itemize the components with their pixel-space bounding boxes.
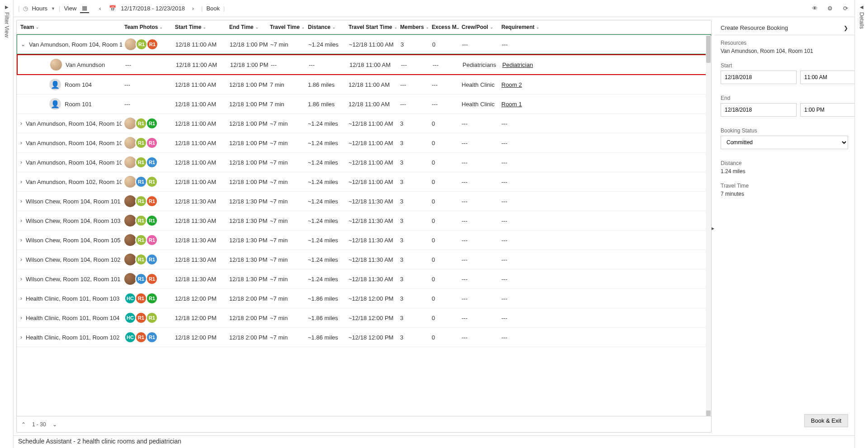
col-distance[interactable]: Distance⌄ bbox=[305, 20, 346, 34]
cell-requirement[interactable]: Room 2 bbox=[499, 78, 539, 92]
cell-distance: ~1.24 miles bbox=[306, 38, 346, 52]
col-team[interactable]: Team⌄ bbox=[17, 20, 122, 34]
requirement-link[interactable]: Room 2 bbox=[501, 81, 522, 88]
hours-dropdown-icon[interactable]: ▼ bbox=[51, 6, 55, 11]
cell-requirement[interactable]: Pediatrician bbox=[500, 58, 540, 72]
scrollbar[interactable] bbox=[706, 36, 711, 416]
table-row[interactable]: ›Van Amundson, Room 104, Room 102R1R112/… bbox=[17, 153, 711, 172]
book-label[interactable]: Book bbox=[206, 5, 220, 12]
expand-icon[interactable]: › bbox=[20, 140, 22, 146]
scroll-thumb-end[interactable] bbox=[706, 410, 711, 416]
table-row[interactable]: Room 104---12/18 11:00 AM12/18 1:00 PM7 … bbox=[17, 75, 711, 94]
cell-travel: ~7 min bbox=[267, 194, 305, 208]
table-row[interactable]: ›Wilson Chew, Room 104, Room 103R1R112/1… bbox=[17, 211, 711, 231]
cell-members: 3 bbox=[397, 214, 429, 228]
table-row[interactable]: ›Van Amundson, Room 104, Room 103R1R112/… bbox=[17, 114, 711, 133]
cell-crew: Pediatricians bbox=[460, 58, 500, 72]
details-collapse-icon[interactable]: ◀ bbox=[860, 5, 863, 9]
expand-icon[interactable]: › bbox=[20, 276, 22, 282]
right-rail-label[interactable]: Details bbox=[859, 12, 865, 29]
page-up-icon[interactable]: ⌃ bbox=[21, 421, 26, 428]
status-select[interactable]: Committed bbox=[721, 136, 848, 149]
col-end[interactable]: End Time⌄ bbox=[226, 20, 267, 34]
date-range[interactable]: 12/17/2018 - 12/23/2018 bbox=[121, 5, 185, 12]
cell-start: 12/18 11:00 AM bbox=[172, 156, 226, 170]
team-name: Van Amundson, Room 102, Room 104 bbox=[26, 179, 122, 185]
team-name: Wilson Chew, Room 102, Room 101 bbox=[26, 276, 121, 283]
avatar: R1 bbox=[135, 215, 147, 226]
start-date-input[interactable] bbox=[721, 71, 797, 84]
panel-collapse-icon[interactable]: ❯ bbox=[844, 25, 848, 31]
calendar-icon[interactable]: 📅 bbox=[108, 4, 117, 13]
requirement-link[interactable]: Pediatrician bbox=[502, 61, 533, 68]
start-time-input[interactable] bbox=[800, 71, 854, 84]
team-name: Health Clinic, Room 101, Room 102 bbox=[26, 334, 119, 341]
table-row[interactable]: ›Health Clinic, Room 101, Room 104HCR1R1… bbox=[17, 308, 711, 328]
team-photos: R1R1 bbox=[122, 172, 172, 191]
end-date-input[interactable] bbox=[721, 103, 797, 117]
table-row[interactable]: ›Wilson Chew, Room 104, Room 102R1R112/1… bbox=[17, 250, 711, 269]
avatar: R1 bbox=[146, 312, 158, 324]
avatar: R1 bbox=[146, 331, 158, 343]
avatar: R1 bbox=[146, 38, 158, 50]
scroll-thumb[interactable] bbox=[706, 36, 711, 63]
table-row[interactable]: ›Wilson Chew, Room 104, Room 101R1R112/1… bbox=[17, 192, 711, 211]
expand-icon[interactable]: › bbox=[20, 334, 22, 340]
avatar: HC bbox=[124, 292, 136, 304]
col-crew[interactable]: Crew/Pool⌄ bbox=[459, 20, 499, 34]
expand-icon[interactable]: › bbox=[20, 120, 22, 127]
avatar: R1 bbox=[146, 118, 158, 129]
expand-left-icon[interactable]: ▶ bbox=[712, 226, 714, 231]
cell-tstart: 12/18 11:00 AM bbox=[346, 97, 397, 111]
team-photos: R1R1 bbox=[122, 114, 172, 133]
col-excess[interactable]: Excess M...⌄ bbox=[429, 20, 459, 34]
expand-icon[interactable]: › bbox=[20, 179, 22, 185]
expand-icon[interactable]: › bbox=[20, 315, 22, 321]
table-row[interactable]: ›Health Clinic, Room 101, Room 103HCR1R1… bbox=[17, 289, 711, 308]
avatar bbox=[124, 215, 136, 226]
avatar: R1 bbox=[146, 137, 158, 149]
next-icon[interactable]: › bbox=[189, 4, 198, 13]
expand-icon[interactable]: › bbox=[20, 295, 22, 302]
avatar bbox=[124, 156, 136, 168]
avatar: R1 bbox=[146, 176, 158, 188]
cell-start: 12/18 11:00 AM bbox=[172, 136, 226, 150]
expand-icon[interactable]: › bbox=[20, 198, 22, 204]
table-row[interactable]: ›Wilson Chew, Room 102, Room 101R1R112/1… bbox=[17, 269, 711, 289]
requirement-link[interactable]: Room 1 bbox=[501, 101, 522, 108]
table-row[interactable]: ›Van Amundson, Room 104, Room 105R1R112/… bbox=[17, 133, 711, 153]
left-rail-label[interactable]: Filter View bbox=[4, 12, 10, 38]
expand-icon[interactable]: › bbox=[20, 256, 22, 263]
avatar: R1 bbox=[146, 254, 158, 265]
avatar bbox=[124, 273, 136, 285]
team-photos: --- bbox=[122, 97, 172, 111]
hours-label[interactable]: Hours bbox=[32, 5, 47, 12]
grid-view-icon[interactable]: ▦ bbox=[80, 4, 89, 13]
book-exit-button[interactable]: Book & Exit bbox=[804, 414, 848, 427]
cell-requirement[interactable]: Room 1 bbox=[499, 97, 539, 111]
filter-icon[interactable]: ▶ bbox=[5, 5, 9, 9]
col-photos[interactable]: Team Photos⌄ bbox=[122, 20, 172, 34]
table-row[interactable]: ›Health Clinic, Room 101, Room 102HCR1R1… bbox=[17, 328, 711, 347]
table-row[interactable]: ›Wilson Chew, Room 104, Room 105R1R112/1… bbox=[17, 231, 711, 250]
col-travel[interactable]: Travel Time⌄ bbox=[267, 20, 305, 34]
expand-icon[interactable]: › bbox=[20, 237, 22, 243]
refresh-icon[interactable]: ⟳ bbox=[841, 4, 850, 13]
table-row[interactable]: ⌄Van Amundson, Room 104, Room 101R1R112/… bbox=[17, 34, 711, 54]
end-time-input[interactable] bbox=[800, 103, 854, 117]
col-members[interactable]: Members⌄ bbox=[397, 20, 429, 34]
table-row[interactable]: Van Amundson---12/18 11:00 AM12/18 1:00 … bbox=[17, 54, 711, 75]
eye-icon[interactable]: 👁 bbox=[810, 4, 819, 13]
collapse-icon[interactable]: ⌄ bbox=[21, 41, 25, 47]
gear-icon[interactable]: ⚙ bbox=[826, 4, 835, 13]
page-down-icon[interactable]: ⌄ bbox=[52, 421, 57, 428]
col-travel-start[interactable]: Travel Start Time⌄ bbox=[346, 20, 397, 34]
expand-icon[interactable]: › bbox=[20, 159, 22, 165]
table-row[interactable]: Room 101---12/18 11:00 AM12/18 1:00 PM7 … bbox=[17, 94, 711, 114]
col-requirement[interactable]: Requirement⌄ bbox=[499, 20, 539, 34]
table-row[interactable]: ›Van Amundson, Room 102, Room 104R1R112/… bbox=[17, 172, 711, 192]
col-start[interactable]: Start Time⌄ bbox=[172, 20, 226, 34]
prev-icon[interactable]: ‹ bbox=[95, 4, 104, 13]
avatar: R1 bbox=[146, 292, 158, 304]
expand-icon[interactable]: › bbox=[20, 217, 22, 224]
